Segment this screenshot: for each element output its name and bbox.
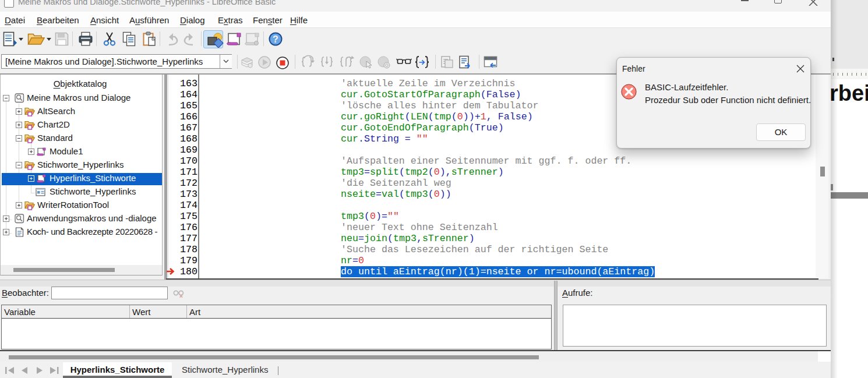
svg-text:?: ? xyxy=(273,34,278,44)
